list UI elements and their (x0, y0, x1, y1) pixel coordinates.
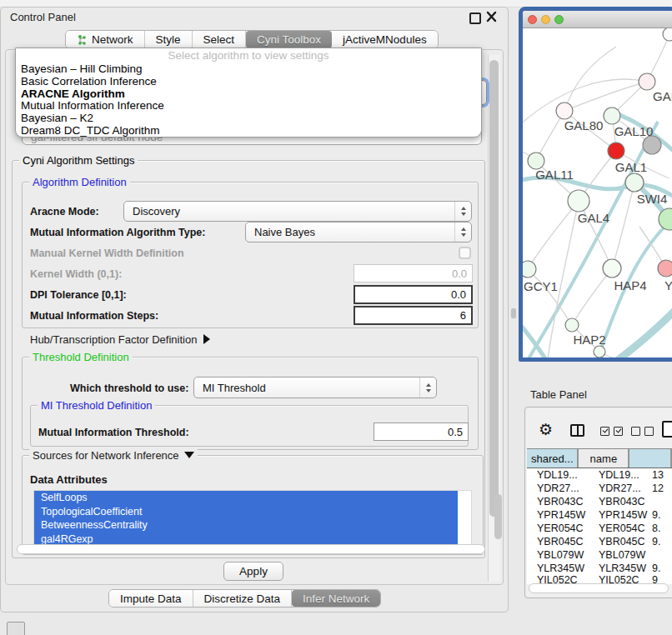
manual-kernel-width-label: Manual Kernel Width Definition (30, 248, 184, 259)
tab-network-label: Network (92, 33, 133, 46)
document-icon[interactable] (662, 421, 672, 438)
node-label: GAL4 (578, 211, 609, 225)
table-row[interactable]: YDL19... YDL19... 13 (527, 468, 672, 482)
dpi-tolerance-label: DPI Tolerance [0,1]: (30, 289, 127, 301)
mi-threshold-group-title: MI Threshold Definition (38, 399, 155, 412)
table-row[interactable]: YBR043C YBR043C (527, 495, 672, 508)
mi-steps-field[interactable]: 6 (354, 306, 473, 325)
network-node[interactable] (639, 73, 655, 90)
node-label: GAL11 (535, 168, 574, 182)
traffic-light-minimize-icon[interactable] (541, 15, 550, 24)
kernel-width-field[interactable]: 0.0 (354, 264, 473, 282)
node-table: shared... name YDL19... YDL19... 13 YDR2… (527, 448, 672, 584)
node-label: HAP2 (573, 332, 605, 347)
network-node-gal10[interactable] (604, 108, 620, 124)
tab-discretize-data[interactable]: Discretize Data (193, 590, 293, 607)
tab-style[interactable]: Style (145, 31, 193, 48)
unchecked-checkbox-icon (631, 427, 640, 436)
algorithm-option[interactable]: Bayesian – K2 (16, 112, 481, 125)
algorithm-option[interactable]: Basic Correlation Inference (16, 76, 481, 88)
table-row[interactable]: YDR27... YDR27... 12 (527, 482, 672, 495)
network-node-labels: GAL GAL80 GAL10 GAL1 GAL11 SWI4 GAL4 GCY… (524, 89, 672, 347)
network-node-gal1[interactable] (608, 142, 624, 159)
table-horizontal-scrollbar[interactable] (529, 583, 669, 593)
attribute-item-selected[interactable]: TopologicalCoefficient (34, 505, 458, 519)
column-header-name[interactable]: name (579, 449, 629, 468)
expand-right-arrow-icon[interactable] (203, 334, 210, 344)
network-node-hap2[interactable] (565, 318, 579, 332)
network-node[interactable] (594, 346, 605, 358)
tab-select[interactable]: Select (193, 31, 247, 48)
panel-splitter-handle[interactable] (511, 308, 516, 318)
aracne-mode-combobox[interactable]: Discovery (123, 201, 472, 222)
bottom-dock-icon[interactable] (7, 622, 25, 635)
hub-definition-expander[interactable]: Hub/Transcription Factor Definition (30, 333, 210, 346)
which-threshold-combobox[interactable]: MI Threshold (193, 377, 437, 398)
table-row[interactable]: YPR145W YPR145W 9. (527, 508, 672, 522)
manual-kernel-width-checkbox[interactable] (459, 247, 471, 259)
attributes-list-scrollbar-thumb[interactable] (494, 494, 502, 539)
node-label: HAP4 (614, 278, 646, 292)
network-graph[interactable]: GAL GAL80 GAL10 GAL1 GAL11 SWI4 GAL4 GCY… (523, 28, 672, 358)
collapse-down-arrow-icon[interactable] (184, 452, 194, 458)
network-node-gal11[interactable] (528, 152, 544, 169)
tab-impute-data[interactable]: Impute Data (109, 590, 193, 607)
combobox-arrows-icon (419, 378, 436, 398)
network-window-titlebar[interactable] (523, 11, 672, 28)
network-node[interactable] (658, 260, 672, 277)
settings-horizontal-scrollbar[interactable] (17, 544, 485, 554)
traffic-light-zoom-icon[interactable] (554, 15, 564, 24)
data-attributes-label: Data Attributes (30, 473, 108, 486)
gear-icon[interactable]: ⚙ (539, 422, 553, 438)
algorithm-dropdown-popup: Select algorithm to view settings Bayesi… (15, 48, 482, 138)
mi-algorithm-type-combobox[interactable]: Naive Bayes (245, 222, 472, 242)
table-row[interactable]: YER054C YER054C 8. (527, 522, 672, 535)
close-panel-icon[interactable] (486, 10, 498, 23)
screen: Control Panel Network Style Select Cyni … (0, 0, 672, 635)
table-row[interactable]: YLR345W YLR345W 9. (527, 562, 672, 575)
attribute-item-selected[interactable]: SelfLoops (34, 491, 458, 505)
tab-jactivemnodules[interactable]: jActiveMNodules (332, 31, 438, 48)
network-canvas[interactable]: GAL GAL80 GAL10 GAL1 GAL11 SWI4 GAL4 GCY… (523, 28, 672, 358)
deselect-all-columns-icon[interactable] (631, 427, 654, 436)
table-row[interactable]: YBR045C YBR045C 9. (527, 535, 672, 548)
table-row[interactable]: YBL079W YBL079W (527, 548, 672, 562)
algorithm-option[interactable]: Bayesian – Hill Climbing (16, 63, 481, 76)
sources-group-title[interactable]: Sources for Network Inference (29, 449, 198, 462)
combobox-arrows-icon (454, 202, 471, 221)
float-panel-icon[interactable] (469, 12, 481, 24)
algorithm-option-selected[interactable]: ARACNE Algorithm (16, 88, 481, 101)
tab-cyni-toolbox[interactable]: Cyni Toolbox (246, 31, 332, 48)
unchecked-checkbox-icon (644, 427, 654, 436)
apply-button[interactable]: Apply (223, 562, 283, 581)
select-all-columns-icon[interactable] (600, 427, 623, 436)
network-view-window[interactable]: GAL GAL80 GAL10 GAL1 GAL11 SWI4 GAL4 GCY… (519, 7, 672, 362)
control-panel-title: Control Panel (10, 11, 76, 23)
network-node-gal4[interactable] (568, 190, 589, 212)
tab-network[interactable]: Network (66, 31, 145, 48)
algorithm-option[interactable]: Mutual Information Inference (16, 100, 481, 112)
network-node-hap4[interactable] (603, 259, 621, 278)
traffic-light-close-icon[interactable] (528, 15, 537, 24)
dpi-tolerance-field[interactable]: 0.0 (354, 285, 473, 304)
algorithm-option[interactable]: Dream8 DC_TDC Algorithm (16, 125, 481, 138)
node-label: GAL10 (614, 124, 654, 138)
columns-icon[interactable] (570, 424, 584, 437)
node-label: GAL (653, 89, 672, 103)
table-header-row: shared... name (527, 448, 672, 468)
network-node-swi4[interactable] (625, 173, 644, 192)
network-node-gal80[interactable] (556, 102, 573, 119)
network-node[interactable] (643, 136, 661, 154)
settings-scrollbar-thumb[interactable] (489, 60, 499, 517)
tab-infer-network[interactable]: Infer Network (292, 590, 380, 607)
data-attributes-list[interactable]: SelfLoops TopologicalCoefficient Between… (33, 490, 472, 545)
attribute-item-selected[interactable]: BetweennessCentrality (34, 518, 458, 532)
network-node-gcy1[interactable] (523, 261, 536, 278)
cyni-settings-group-title: Cyni Algorithm Settings (19, 154, 138, 167)
column-header-partial[interactable] (629, 449, 672, 468)
checked-checkbox-icon (614, 427, 623, 436)
network-node[interactable] (663, 28, 672, 41)
mi-threshold-field[interactable]: 0.5 (374, 422, 469, 441)
column-header-shared-name[interactable]: shared... (527, 449, 579, 468)
mi-threshold-label: Mutual Information Threshold: (38, 427, 189, 438)
